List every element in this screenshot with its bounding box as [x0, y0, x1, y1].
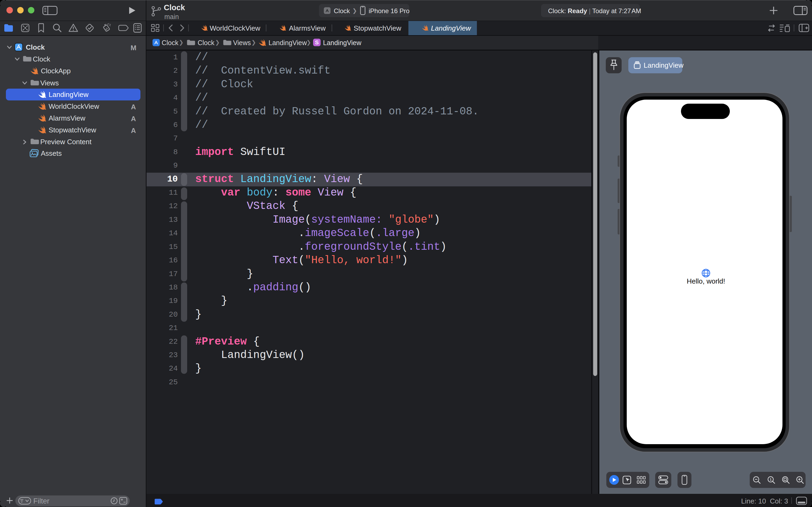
svg-text:1: 1 — [769, 477, 771, 482]
